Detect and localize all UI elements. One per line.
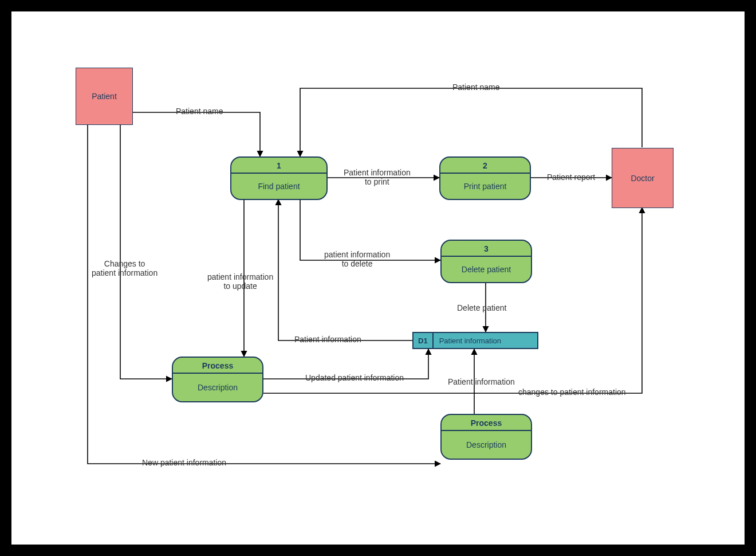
flow-label: Patient information: [448, 377, 515, 386]
process-3-head: 3: [442, 241, 531, 257]
process-delete-patient[interactable]: 3 Delete patient: [440, 240, 532, 283]
diagram-canvas: Patient Doctor 1 Find patient 2 Print pa…: [11, 11, 745, 545]
flow-label: Patient name: [176, 107, 223, 116]
process-3-body: Delete patient: [442, 257, 531, 282]
flow-label: Patient report: [547, 173, 595, 182]
process-update[interactable]: Process Description: [172, 357, 263, 402]
flow-label: New patient information: [142, 458, 226, 467]
flow-label: patient information to update: [207, 272, 273, 291]
flow-label: Changes to patient information: [92, 259, 158, 277]
process-5-body: Description: [442, 431, 531, 459]
entity-patient[interactable]: Patient: [76, 68, 133, 125]
flow-label: Patient information to print: [344, 168, 411, 186]
flow-label: patient information to delete: [324, 250, 390, 268]
entity-doctor[interactable]: Doctor: [612, 148, 674, 208]
flow-label: Patient information: [294, 335, 361, 344]
entity-doctor-label: Doctor: [631, 174, 654, 183]
datastore-body: Patient information: [434, 333, 537, 348]
process-2-body: Print patient: [440, 174, 530, 199]
process-2-head: 2: [440, 158, 530, 174]
entity-patient-label: Patient: [92, 92, 117, 101]
process-find-patient[interactable]: 1 Find patient: [230, 156, 328, 200]
process-5-head: Process: [442, 415, 531, 431]
flow-label: changes to patient information: [518, 387, 626, 397]
flow-label: Updated patient information: [305, 373, 404, 382]
datastore-patient-info[interactable]: D1 Patient information: [412, 332, 538, 349]
process-1-body: Find patient: [231, 174, 326, 199]
flow-label: Delete patient: [457, 303, 506, 312]
process-1-head: 1: [231, 158, 326, 174]
process-4-body: Description: [173, 374, 262, 401]
process-4-head: Process: [173, 358, 262, 374]
process-new[interactable]: Process Description: [440, 414, 532, 460]
datastore-id: D1: [414, 333, 434, 348]
flow-label: Patient name: [452, 83, 500, 92]
process-print-patient[interactable]: 2 Print patient: [439, 156, 531, 200]
